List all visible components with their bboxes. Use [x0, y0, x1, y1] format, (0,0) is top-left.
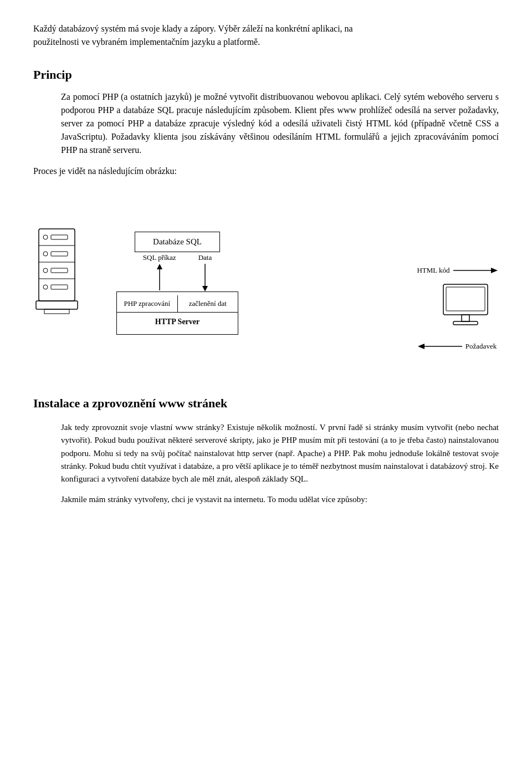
svg-rect-13	[44, 309, 69, 314]
html-kod-label: HTML kód	[417, 265, 449, 276]
princip-para2: Proces je vidět na následujícím obrázku:	[33, 165, 499, 178]
http-server-box: PHP zpracování začlenění dat HTTP Server	[116, 291, 238, 335]
svg-rect-5	[51, 235, 68, 239]
intro-paragraph: Každý databázový systém má svoje klady a…	[33, 22, 499, 49]
princip-para1: Za pomocí PHP (a ostatních jazyků) je mo…	[61, 90, 499, 157]
svg-marker-25	[418, 344, 424, 349]
svg-rect-7	[51, 252, 68, 256]
svg-point-10	[43, 285, 48, 289]
http-server-label: HTTP Server	[155, 313, 200, 331]
diagram-area: Databáze SQL SQL příkaz Data	[33, 195, 499, 372]
instalace-para2: Jakmile mám stránky vytvořeny, chci je v…	[61, 493, 499, 506]
svg-marker-17	[202, 286, 208, 291]
svg-point-6	[43, 252, 48, 256]
svg-rect-20	[443, 284, 488, 315]
db-box: Databáze SQL	[135, 232, 220, 252]
zaclneni-dat-label: začlenění dat	[178, 295, 238, 312]
svg-rect-22	[462, 315, 469, 321]
svg-marker-15	[157, 264, 162, 269]
computer-icon	[438, 282, 499, 331]
html-kod-row: HTML kód	[417, 265, 497, 276]
server-icon	[33, 226, 83, 341]
svg-rect-9	[51, 268, 68, 273]
svg-marker-19	[491, 268, 498, 273]
pozadavek-row: Požadavek	[418, 341, 497, 352]
svg-point-4	[43, 235, 48, 239]
svg-rect-23	[453, 321, 478, 325]
pozadavek-label: Požadavek	[466, 341, 497, 352]
svg-rect-11	[51, 285, 68, 289]
instalace-para1: Jak tedy zprovoznit svoje vlastní www st…	[61, 421, 499, 485]
princip-heading: Princip	[33, 65, 499, 84]
svg-rect-21	[446, 287, 485, 311]
php-zpracovani-label: PHP zpracování	[117, 295, 178, 312]
instalace-heading: Instalace a zprovoznění www stránek	[33, 394, 499, 412]
svg-point-8	[43, 268, 48, 273]
svg-rect-12	[36, 301, 78, 309]
data-label: Data	[198, 252, 212, 263]
sql-prikaz-label: SQL příkaz	[143, 252, 176, 263]
